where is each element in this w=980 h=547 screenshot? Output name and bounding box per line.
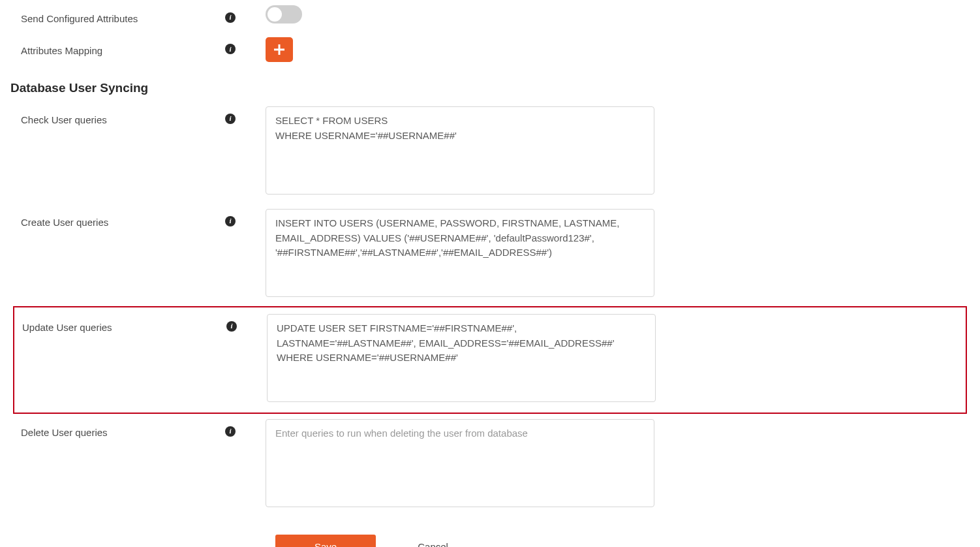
toggle-knob: [268, 7, 282, 22]
highlight-update-user: Update User queries i: [13, 306, 967, 414]
row-attributes-mapping: Attributes Mapping i: [0, 32, 980, 67]
row-update-user-queries: Update User queries i: [14, 314, 966, 406]
row-send-configured-attributes: Send Configured Attributes i: [0, 0, 980, 32]
label-create-user-queries: Create User queries: [0, 209, 225, 230]
toggle-send-configured-attributes[interactable]: [266, 5, 302, 23]
delete-user-queries-textarea[interactable]: [266, 419, 654, 507]
cancel-button[interactable]: Cancel: [418, 541, 448, 547]
create-user-queries-textarea[interactable]: [266, 209, 654, 297]
label-send-configured-attributes: Send Configured Attributes: [0, 5, 225, 27]
save-button[interactable]: Save: [275, 535, 376, 547]
info-icon[interactable]: i: [225, 44, 236, 54]
label-attributes-mapping: Attributes Mapping: [0, 37, 225, 59]
info-icon[interactable]: i: [225, 216, 236, 227]
form-actions: Save Cancel: [0, 516, 980, 547]
check-user-queries-textarea[interactable]: [266, 106, 654, 195]
add-attribute-mapping-button[interactable]: [266, 37, 293, 62]
info-icon[interactable]: i: [226, 321, 237, 332]
row-delete-user-queries: Delete User queries i: [0, 414, 980, 516]
row-create-user-queries: Create User queries i: [0, 204, 980, 306]
label-update-user-queries: Update User queries: [14, 314, 226, 336]
label-check-user-queries: Check User queries: [0, 106, 225, 128]
row-check-user-queries: Check User queries i: [0, 101, 980, 204]
info-icon[interactable]: i: [225, 12, 236, 23]
info-icon[interactable]: i: [225, 426, 236, 437]
info-icon[interactable]: i: [225, 114, 236, 124]
label-delete-user-queries: Delete User queries: [0, 419, 225, 441]
svg-rect-1: [274, 48, 284, 50]
plus-icon: [273, 44, 285, 55]
update-user-queries-textarea[interactable]: [267, 314, 656, 402]
section-database-user-syncing: Database User Syncing: [0, 67, 980, 102]
